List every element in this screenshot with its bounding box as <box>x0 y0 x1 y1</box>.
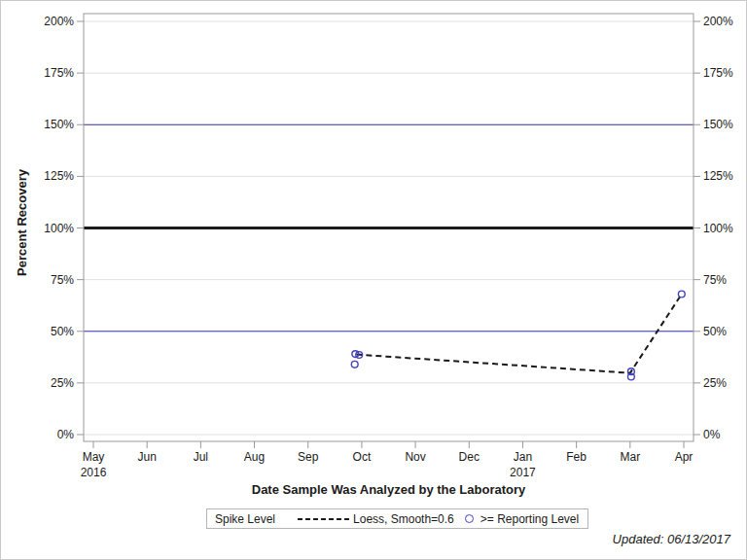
x-tick-label: Nov <box>405 450 425 464</box>
x-axis-title: Date Sample Was Analyzed by the Laborato… <box>84 482 694 497</box>
x-tick-label: Mar <box>620 450 640 464</box>
x-tick-label: Dec <box>459 450 480 464</box>
y-tick-label-right: 200% <box>703 15 733 28</box>
x-tick-year: 2016 <box>81 466 107 479</box>
y-tick-label-right: 75% <box>703 273 727 287</box>
updated-footnote: Updated: 06/13/2017 <box>613 532 730 546</box>
x-tick-label: Sep <box>298 450 319 464</box>
reporting-level-marker-icon <box>465 514 474 523</box>
x-tick-label: May <box>83 450 105 464</box>
y-tick-label-left: 100% <box>44 222 74 235</box>
y-tick-label-left: 75% <box>51 273 74 287</box>
y-tick-label-left: 125% <box>44 169 74 183</box>
y-axis-title: Percent Recovery <box>15 169 29 276</box>
x-tick-label: Jun <box>138 450 157 464</box>
y-tick-label-left: 50% <box>51 325 74 338</box>
y-tick-label-left: 150% <box>44 118 74 131</box>
x-tick-label: Feb <box>566 450 587 464</box>
y-tick-label-right: 0% <box>703 428 721 441</box>
y-tick-label-right: 125% <box>703 169 733 183</box>
y-tick-label-right: 25% <box>703 376 727 390</box>
legend-title: Spike Level <box>215 512 275 526</box>
y-tick-label-right: 50% <box>703 325 727 338</box>
x-tick-label: Oct <box>353 450 372 464</box>
x-tick-label: Jan <box>514 450 532 464</box>
y-tick-label-right: 150% <box>703 118 733 131</box>
x-tick-label: Jul <box>194 450 208 464</box>
loess-dashed-line-icon <box>298 518 349 520</box>
y-tick-label-left: 25% <box>51 376 74 390</box>
y-tick-label-right: 100% <box>703 222 733 235</box>
percent-recovery-chart: 0%0%25%25%50%50%75%75%100%100%125%125%15… <box>0 0 747 560</box>
legend: Spike Level Loess, Smooth=0.6 >= Reporti… <box>206 508 588 529</box>
x-tick-year: 2017 <box>510 466 536 479</box>
marker-point <box>351 361 358 368</box>
y-tick-label-left: 175% <box>44 66 74 80</box>
legend-label-loess: Loess, Smooth=0.6 <box>353 512 454 526</box>
x-tick-label: Aug <box>244 450 265 464</box>
chart-canvas: 0%0%25%25%50%50%75%75%100%100%125%125%15… <box>1 1 747 560</box>
legend-label-marker: >= Reporting Level <box>480 512 579 526</box>
marker-point <box>678 291 685 298</box>
y-tick-label-left: 200% <box>44 15 74 28</box>
y-tick-label-left: 0% <box>57 428 75 441</box>
loess-line <box>356 295 681 373</box>
x-tick-label: Apr <box>675 450 694 464</box>
y-tick-label-right: 175% <box>703 66 733 80</box>
